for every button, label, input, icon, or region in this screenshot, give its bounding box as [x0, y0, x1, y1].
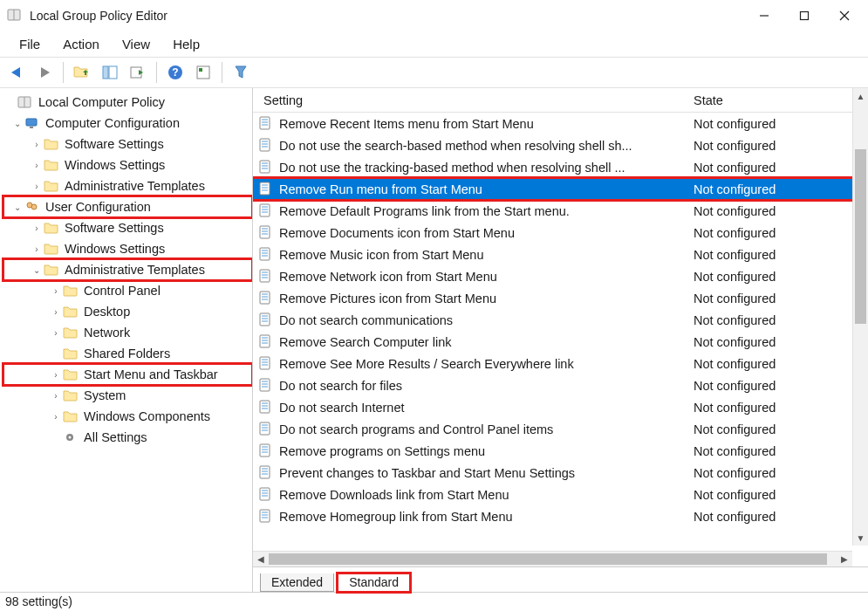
gear-icon	[63, 430, 79, 444]
menu-file[interactable]: File	[16, 35, 44, 53]
expand-icon[interactable]: ›	[30, 244, 44, 254]
export-button[interactable]	[125, 60, 151, 85]
expand-icon[interactable]: ›	[49, 412, 63, 422]
separator	[63, 62, 64, 83]
setting-row[interactable]: Remove Downloads link from Start MenuNot…	[253, 484, 868, 505]
help-button[interactable]: ?	[162, 60, 188, 85]
setting-row[interactable]: Remove Default Programs link from the St…	[253, 200, 868, 222]
tree-cc-software[interactable]: Software Settings	[63, 137, 166, 151]
setting-row[interactable]: Remove Run menu from Start MenuNot confi…	[253, 178, 868, 200]
setting-state: Not configured	[694, 510, 868, 524]
tree-user-config[interactable]: User Configuration	[44, 200, 153, 214]
setting-state: Not configured	[694, 226, 868, 240]
tree-uc-software[interactable]: Software Settings	[63, 221, 166, 235]
setting-name: Remove See More Results / Search Everywh…	[279, 357, 694, 371]
policy-icon	[258, 291, 274, 306]
setting-row[interactable]: Remove Search Computer linkNot configure…	[253, 331, 868, 353]
collapse-icon[interactable]: ⌄	[10, 203, 24, 212]
setting-row[interactable]: Do not use the search-based method when …	[253, 134, 868, 156]
setting-row[interactable]: Remove Homegroup link from Start MenuNot…	[253, 505, 868, 527]
tree-shared-folders[interactable]: Shared Folders	[82, 347, 172, 360]
tab-standard[interactable]: Standard	[338, 573, 410, 592]
scroll-up-icon[interactable]: ▲	[853, 88, 868, 104]
tree-windows-components[interactable]: Windows Components	[82, 409, 212, 423]
tree-desktop[interactable]: Desktop	[82, 305, 132, 319]
tree-root[interactable]: Local Computer Policy	[37, 95, 167, 109]
tree-cc-windows[interactable]: Windows Settings	[63, 158, 167, 172]
scroll-thumb[interactable]	[269, 553, 827, 565]
setting-row[interactable]: Prevent changes to Taskbar and Start Men…	[253, 462, 868, 484]
tree-computer-config[interactable]: Computer Configuration	[44, 116, 181, 130]
setting-row[interactable]: Do not search for filesNot configured	[253, 374, 868, 396]
setting-row[interactable]: Remove See More Results / Search Everywh…	[253, 353, 868, 374]
setting-row[interactable]: Do not search programs and Control Panel…	[253, 418, 868, 440]
tree-start-menu-taskbar[interactable]: Start Menu and Taskbar	[82, 367, 220, 381]
tree-control-panel[interactable]: Control Panel	[82, 284, 162, 298]
setting-name: Do not search programs and Control Panel…	[279, 422, 694, 436]
close-button[interactable]	[824, 3, 865, 28]
setting-row[interactable]: Remove Pictures icon from Start MenuNot …	[253, 287, 868, 309]
properties-button[interactable]	[190, 60, 216, 85]
show-tree-button[interactable]	[97, 60, 123, 85]
menu-view[interactable]: View	[119, 35, 154, 53]
tree-uc-admin[interactable]: Administrative Templates	[63, 263, 207, 277]
details-pane: Setting State Remove Recent Items menu f…	[253, 88, 868, 592]
scroll-right-icon[interactable]: ▶	[837, 554, 852, 564]
up-button[interactable]	[69, 60, 95, 85]
folder-icon	[44, 242, 59, 256]
minimize-button[interactable]	[744, 3, 784, 28]
scroll-left-icon[interactable]: ◀	[253, 554, 269, 564]
expand-icon[interactable]: ›	[49, 286, 63, 296]
menu-help[interactable]: Help	[169, 35, 203, 53]
tree-pane[interactable]: Local Computer Policy ⌄Computer Configur…	[0, 88, 253, 592]
column-setting[interactable]: Setting	[258, 93, 694, 107]
setting-row[interactable]: Do not use the tracking-based method whe…	[253, 156, 868, 178]
tab-extended[interactable]: Extended	[260, 573, 334, 592]
tree-uc-windows[interactable]: Windows Settings	[63, 242, 167, 256]
vertical-scrollbar[interactable]: ▲ ▼	[852, 88, 868, 546]
policy-icon	[258, 225, 274, 241]
menu-action[interactable]: Action	[59, 35, 103, 53]
expand-icon[interactable]: ›	[49, 391, 63, 401]
scroll-down-icon[interactable]: ▼	[853, 530, 868, 546]
back-button[interactable]	[3, 60, 30, 85]
setting-row[interactable]: Remove Documents icon from Start MenuNot…	[253, 222, 868, 244]
expand-icon[interactable]: ›	[30, 223, 44, 233]
setting-row[interactable]: Do not search communicationsNot configur…	[253, 309, 868, 331]
forward-button[interactable]	[31, 60, 58, 85]
expand-icon[interactable]: ›	[30, 182, 44, 191]
setting-row[interactable]: Remove Music icon from Start MenuNot con…	[253, 244, 868, 265]
horizontal-scrollbar[interactable]: ◀ ▶	[253, 551, 852, 566]
expand-icon[interactable]: ›	[30, 161, 44, 170]
setting-state: Not configured	[694, 401, 868, 415]
maximize-button[interactable]	[784, 3, 824, 28]
svg-text:?: ?	[172, 66, 178, 79]
expand-icon[interactable]: ›	[49, 307, 63, 317]
tree-network[interactable]: Network	[82, 326, 132, 340]
expand-icon[interactable]: ›	[49, 370, 63, 380]
policy-root-icon	[17, 95, 33, 109]
setting-row[interactable]: Do not search InternetNot configured	[253, 396, 868, 418]
expand-icon[interactable]: ›	[30, 140, 44, 149]
folder-icon	[44, 221, 59, 235]
collapse-icon[interactable]: ⌄	[30, 265, 44, 275]
tree-system[interactable]: System	[82, 388, 127, 402]
policy-icon	[258, 509, 274, 525]
folder-icon	[63, 388, 79, 402]
setting-row[interactable]: Remove Network icon from Start MenuNot c…	[253, 265, 868, 287]
tree-all-settings[interactable]: All Settings	[82, 430, 149, 444]
setting-name: Prevent changes to Taskbar and Start Men…	[279, 466, 694, 480]
setting-state: Not configured	[694, 182, 868, 196]
column-state[interactable]: State	[694, 93, 868, 107]
scroll-thumb[interactable]	[855, 149, 866, 324]
setting-row[interactable]: Remove Recent Items menu from Start Menu…	[253, 113, 868, 134]
tree-cc-admin[interactable]: Administrative Templates	[63, 179, 207, 193]
folder-icon	[63, 284, 79, 298]
expand-icon[interactable]: ›	[49, 328, 63, 338]
policy-icon	[258, 269, 274, 285]
setting-row[interactable]: Remove programs on Settings menuNot conf…	[253, 440, 868, 462]
collapse-icon[interactable]: ⌄	[10, 119, 24, 128]
setting-name: Do not search for files	[279, 379, 694, 393]
policy-icon	[258, 182, 274, 197]
filter-button[interactable]	[228, 60, 254, 85]
